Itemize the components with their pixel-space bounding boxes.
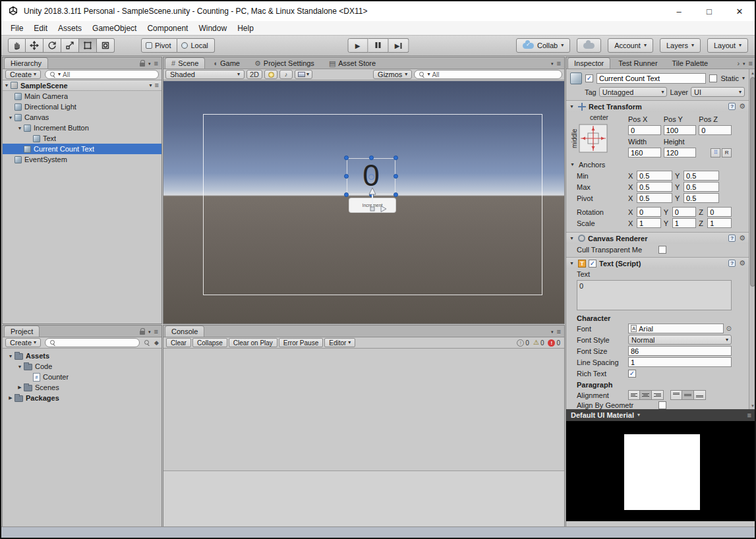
anchor-max-y-field[interactable] bbox=[683, 182, 719, 192]
foldout-closed-icon[interactable]: ▶ bbox=[16, 385, 24, 390]
shading-mode-dropdown[interactable]: Shaded ▾ bbox=[165, 70, 245, 79]
rect-transform-header[interactable]: ▼ Rect Transform ? ⚙ bbox=[566, 100, 749, 112]
rect-handle-bottom-right[interactable] bbox=[393, 192, 398, 197]
local-toggle-button[interactable]: Local bbox=[177, 38, 214, 53]
help-icon[interactable]: ? bbox=[728, 260, 736, 267]
tab-asset-store[interactable]: ▤ Asset Store bbox=[322, 57, 382, 69]
hierarchy-item-canvas[interactable]: ▼ Canvas bbox=[3, 112, 161, 123]
gameobject-name-field[interactable] bbox=[596, 73, 706, 84]
help-icon[interactable]: ? bbox=[728, 103, 736, 110]
transform-tool-button[interactable] bbox=[97, 38, 115, 53]
text-script-header[interactable]: ▼ T ✓ Text (Script) ? ⚙ bbox=[566, 257, 749, 269]
line-spacing-field[interactable] bbox=[628, 357, 732, 367]
error-pause-button[interactable]: Error Pause bbox=[279, 338, 323, 347]
rect-tool-button[interactable] bbox=[79, 38, 97, 53]
rotation-y-field[interactable] bbox=[672, 207, 697, 217]
more-tabs-icon[interactable]: › bbox=[737, 59, 740, 67]
2d-toggle-button[interactable]: 2D bbox=[247, 70, 262, 79]
pos-y-field[interactable] bbox=[664, 125, 697, 135]
error-filter-toggle[interactable]: ! 0 bbox=[548, 339, 560, 347]
anchor-min-y-field[interactable] bbox=[683, 171, 719, 181]
hierarchy-create-button[interactable]: Create ▾ bbox=[5, 70, 41, 79]
raw-edit-mode-button[interactable]: R bbox=[722, 148, 732, 157]
foldout-open-icon[interactable]: ▼ bbox=[16, 126, 24, 130]
material-preview-area[interactable] bbox=[566, 421, 756, 521]
foldout-open-icon[interactable]: ▼ bbox=[569, 261, 575, 266]
project-item-scenes[interactable]: ▶ Scenes bbox=[3, 382, 161, 393]
align-by-geometry-checkbox[interactable]: ✓ bbox=[658, 401, 666, 409]
help-icon[interactable]: ? bbox=[728, 235, 736, 242]
search-by-type-icon[interactable] bbox=[144, 339, 150, 346]
tab-project[interactable]: Project bbox=[4, 326, 40, 337]
foldout-open-icon[interactable]: ▼ bbox=[3, 83, 11, 88]
chevron-down-icon[interactable]: ▾ bbox=[148, 329, 151, 334]
rect-handle-top-left[interactable] bbox=[344, 156, 349, 160]
menu-component[interactable]: Component bbox=[142, 21, 193, 35]
font-style-dropdown[interactable]: Normal ▾ bbox=[628, 335, 732, 345]
project-item-counter[interactable]: # Counter bbox=[3, 372, 161, 382]
rotation-x-field[interactable] bbox=[637, 207, 661, 217]
panel-menu-icon[interactable]: ≡ bbox=[557, 328, 561, 335]
project-item-packages[interactable]: ▶ Packages bbox=[3, 393, 161, 403]
warning-filter-toggle[interactable]: ⚠ 0 bbox=[533, 339, 544, 347]
scroll-down-icon[interactable]: ▼ bbox=[749, 402, 756, 409]
gear-icon[interactable]: ⚙ bbox=[739, 260, 745, 267]
chevron-down-icon[interactable]: ▾ bbox=[150, 83, 152, 88]
rotate-tool-button[interactable] bbox=[44, 38, 61, 53]
step-button[interactable]: ▶ bbox=[388, 38, 409, 53]
menu-help[interactable]: Help bbox=[232, 21, 259, 35]
anchor-min-x-field[interactable] bbox=[637, 171, 672, 181]
pos-x-field[interactable] bbox=[628, 125, 661, 135]
hierarchy-item-text[interactable]: Text bbox=[3, 133, 161, 144]
layer-dropdown[interactable]: UI ▾ bbox=[691, 87, 745, 97]
scene-menu-icon[interactable]: ≡ bbox=[155, 82, 159, 89]
effects-dropdown[interactable]: ▾ bbox=[295, 70, 312, 79]
anchor-preset-button[interactable] bbox=[579, 124, 608, 153]
align-middle-button[interactable] bbox=[682, 390, 694, 400]
pause-button[interactable] bbox=[368, 38, 388, 53]
tab-game[interactable]: ◖ Game bbox=[206, 57, 247, 69]
align-left-button[interactable] bbox=[628, 390, 640, 400]
menu-window[interactable]: Window bbox=[193, 21, 232, 35]
minimize-button[interactable]: – bbox=[664, 1, 694, 21]
panel-menu-icon[interactable]: ≡ bbox=[154, 60, 158, 67]
align-right-button[interactable] bbox=[652, 390, 664, 400]
chevron-down-icon[interactable]: ▾ bbox=[551, 61, 554, 66]
info-filter-toggle[interactable]: ! 0 bbox=[517, 339, 529, 347]
audio-toggle-button[interactable]: ♪ bbox=[279, 70, 293, 79]
hand-tool-button[interactable] bbox=[8, 38, 26, 53]
align-top-button[interactable] bbox=[670, 390, 682, 400]
static-dropdown-icon[interactable]: ▾ bbox=[742, 76, 745, 81]
align-center-button[interactable] bbox=[640, 390, 652, 400]
panel-menu-icon[interactable]: ≡ bbox=[749, 60, 753, 67]
align-bottom-button[interactable] bbox=[694, 390, 706, 400]
hierarchy-search[interactable]: ▾ bbox=[45, 70, 159, 79]
tab-scene[interactable]: # Scene bbox=[165, 57, 205, 69]
move-tool-button[interactable] bbox=[26, 38, 44, 53]
layout-dropdown[interactable]: Layout ▾ bbox=[707, 38, 748, 53]
chevron-down-icon[interactable]: ▾ bbox=[148, 61, 151, 66]
tab-test-runner[interactable]: Test Runner bbox=[612, 57, 664, 69]
chevron-down-icon[interactable]: ▾ bbox=[551, 329, 554, 334]
close-button[interactable]: ✕ bbox=[724, 1, 755, 21]
scene-viewport[interactable]: 0 Increment bbox=[163, 81, 564, 324]
maximize-button[interactable]: □ bbox=[694, 1, 724, 21]
editor-dropdown[interactable]: Editor ▾ bbox=[324, 338, 355, 347]
active-checkbox[interactable]: ✓ bbox=[585, 74, 593, 82]
pos-z-field[interactable] bbox=[699, 125, 732, 135]
scale-y-field[interactable] bbox=[672, 218, 697, 228]
tab-project-settings[interactable]: ⚙ Project Settings bbox=[248, 57, 321, 69]
play-button[interactable]: ▶ bbox=[347, 38, 368, 53]
lighting-toggle-button[interactable] bbox=[264, 70, 277, 79]
pivot-toggle-button[interactable]: Pivot bbox=[141, 38, 177, 53]
scene-header-row[interactable]: ▼ SampleScene ▾ ≡ bbox=[3, 80, 161, 91]
search-by-label-icon[interactable]: ◆ bbox=[154, 339, 159, 346]
project-item-code[interactable]: ▼ Code bbox=[3, 361, 161, 372]
lock-icon[interactable] bbox=[140, 331, 145, 335]
rect-handle-mid-left[interactable] bbox=[344, 174, 349, 179]
rect-handle-top-right[interactable] bbox=[393, 156, 398, 160]
gear-icon[interactable]: ⚙ bbox=[739, 235, 745, 242]
text-value-textarea[interactable]: 0 bbox=[577, 280, 732, 310]
rect-handle-top-center[interactable] bbox=[369, 156, 374, 160]
text-enabled-checkbox[interactable]: ✓ bbox=[589, 260, 596, 268]
